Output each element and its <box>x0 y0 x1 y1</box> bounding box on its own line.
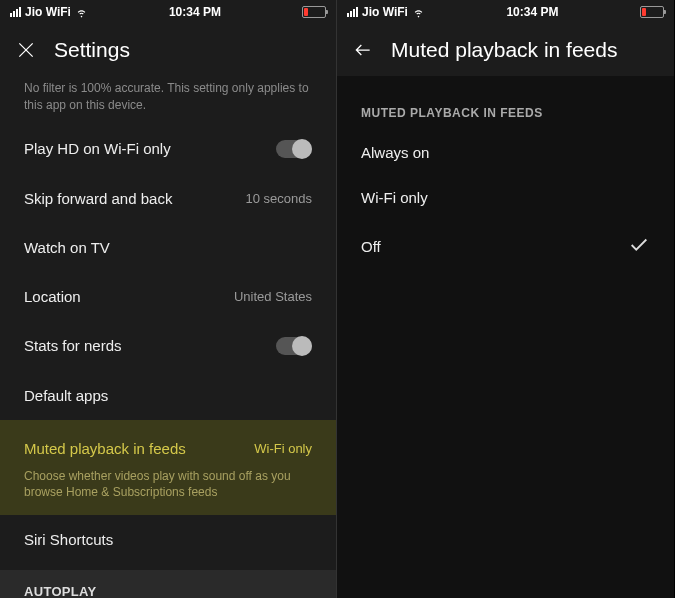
row-value: 10 seconds <box>246 191 313 206</box>
clock: 10:34 PM <box>169 5 221 19</box>
row-value: Wi-Fi only <box>254 441 312 456</box>
signal-icon <box>10 7 21 17</box>
row-label: Skip forward and back <box>24 190 172 207</box>
row-label: Location <box>24 288 81 305</box>
toggle-switch[interactable] <box>276 337 312 355</box>
option-off[interactable]: Off <box>337 220 674 273</box>
close-icon[interactable] <box>16 40 36 60</box>
row-value: United States <box>234 289 312 304</box>
row-location[interactable]: Location United States <box>0 272 336 321</box>
muted-playback-screen: Jio WiFi 10:34 PM Muted playback in feed… <box>337 0 674 598</box>
row-siri-shortcuts[interactable]: Siri Shortcuts <box>0 515 336 564</box>
settings-list[interactable]: No filter is 100% accurate. This setting… <box>0 76 336 598</box>
row-label: Siri Shortcuts <box>24 531 113 548</box>
screen-header: Muted playback in feeds <box>337 24 674 76</box>
checkmark-icon <box>628 234 650 259</box>
row-muted-playback[interactable]: Muted playback in feeds Wi-Fi only Choos… <box>0 420 336 516</box>
carrier-label: Jio WiFi <box>362 5 408 19</box>
carrier-label: Jio WiFi <box>25 5 71 19</box>
status-bar: Jio WiFi 10:34 PM <box>0 0 336 24</box>
option-label: Wi-Fi only <box>361 189 428 206</box>
row-label: Play HD on Wi-Fi only <box>24 140 171 157</box>
clock: 10:34 PM <box>506 5 558 19</box>
row-play-hd[interactable]: Play HD on Wi-Fi only <box>0 124 336 174</box>
battery-icon <box>302 6 326 18</box>
row-default-apps[interactable]: Default apps <box>0 371 336 420</box>
page-title: Settings <box>54 38 130 62</box>
page-title: Muted playback in feeds <box>391 38 617 62</box>
row-stats-for-nerds[interactable]: Stats for nerds <box>0 321 336 371</box>
battery-icon <box>640 6 664 18</box>
settings-screen: Jio WiFi 10:34 PM Settings No filter is … <box>0 0 337 598</box>
row-label: Stats for nerds <box>24 337 122 354</box>
option-always-on[interactable]: Always on <box>337 130 674 175</box>
row-skip-forward-back[interactable]: Skip forward and back 10 seconds <box>0 174 336 223</box>
screen-header: Settings <box>0 24 336 76</box>
status-bar: Jio WiFi 10:34 PM <box>337 0 674 24</box>
option-label: Off <box>361 238 381 255</box>
wifi-icon <box>75 6 88 19</box>
section-header-autoplay: AUTOPLAY <box>0 570 336 598</box>
option-wifi-only[interactable]: Wi-Fi only <box>337 175 674 220</box>
restricted-mode-hint: No filter is 100% accurate. This setting… <box>0 76 336 124</box>
wifi-icon <box>412 6 425 19</box>
row-watch-on-tv[interactable]: Watch on TV <box>0 223 336 272</box>
row-label: Muted playback in feeds <box>24 440 186 457</box>
options-list: MUTED PLAYBACK IN FEEDS Always on Wi-Fi … <box>337 76 674 598</box>
row-description: Choose whether videos play with sound of… <box>0 468 336 516</box>
toggle-switch[interactable] <box>276 140 312 158</box>
row-label: Watch on TV <box>24 239 110 256</box>
back-icon[interactable] <box>353 40 373 60</box>
option-label: Always on <box>361 144 429 161</box>
signal-icon <box>347 7 358 17</box>
section-header: MUTED PLAYBACK IN FEEDS <box>337 76 674 130</box>
row-label: Default apps <box>24 387 108 404</box>
